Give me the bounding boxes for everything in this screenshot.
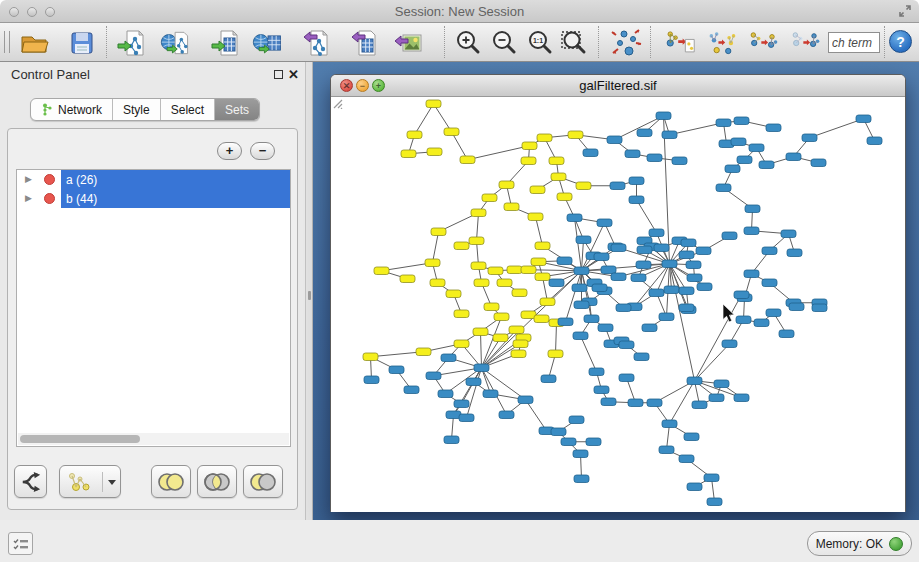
graph-node[interactable] [687,483,702,491]
tab-network[interactable]: Network [31,99,113,120]
graph-node[interactable] [781,230,796,238]
graph-node[interactable] [789,303,804,311]
graph-node[interactable] [716,119,731,127]
tab-select[interactable]: Select [161,99,215,120]
splitter-grip[interactable] [308,291,311,300]
graph-node[interactable] [786,153,801,161]
graph-node[interactable] [594,253,609,261]
graph-node[interactable] [438,390,453,398]
graph-node[interactable] [631,274,646,282]
graph-node[interactable] [425,259,440,267]
search-input[interactable] [828,32,880,53]
graph-edge[interactable] [433,232,439,263]
graph-node[interactable] [471,209,486,217]
graph-node[interactable] [499,411,514,419]
graph-node[interactable] [497,279,512,287]
graph-node[interactable] [557,257,572,265]
panel-splitter[interactable] [305,62,313,520]
graph-node[interactable] [647,154,662,162]
graph-node[interactable] [636,261,651,269]
graph-node[interactable] [629,177,644,185]
sets-intersection-tool-icon[interactable] [748,27,780,59]
graph-node[interactable] [629,196,644,204]
float-panel-icon[interactable] [274,70,283,79]
graph-node[interactable] [647,399,662,407]
graph-node[interactable] [856,115,871,123]
graph-node[interactable] [460,156,475,164]
sets-union-tool-icon[interactable] [706,27,738,59]
graph-node[interactable] [787,249,802,257]
graph-node[interactable] [704,474,719,482]
graph-node[interactable] [513,340,528,348]
graph-node[interactable] [574,475,589,483]
graph-node[interactable] [407,131,422,139]
graph-node[interactable] [802,134,817,142]
graph-node[interactable] [530,186,545,194]
graph-edge[interactable] [670,123,724,135]
graph-node[interactable] [521,157,536,165]
help-icon[interactable]: ? [889,30,912,53]
graph-node[interactable] [430,279,445,287]
graph-node[interactable] [512,289,527,297]
graph-node[interactable] [762,279,777,287]
graph-node[interactable] [737,156,752,164]
graph-node[interactable] [404,386,419,394]
graph-node[interactable] [363,353,378,361]
graph-node[interactable] [625,150,640,158]
graph-node[interactable] [628,399,643,407]
graph-node[interactable] [714,380,729,388]
graph-node[interactable] [601,266,616,274]
graph-edge[interactable] [452,132,468,160]
graph-node[interactable] [692,401,707,409]
graph-edge[interactable] [581,336,597,372]
graph-node[interactable] [734,291,749,299]
graph-node[interactable] [601,398,616,406]
graph-node[interactable] [444,436,459,444]
graph-node[interactable] [679,455,694,463]
graph-node[interactable] [619,374,634,382]
import-network-from-file-icon[interactable] [116,27,148,59]
graph-node[interactable] [549,157,564,165]
graph-node[interactable] [634,353,649,361]
graph-node[interactable] [584,315,599,323]
graph-node[interactable] [431,228,446,236]
graph-node[interactable] [594,386,609,394]
graph-node[interactable] [656,112,671,120]
graph-node[interactable] [504,203,519,211]
graph-node[interactable] [616,304,631,312]
graph-node[interactable] [522,142,537,150]
horizontal-scrollbar[interactable] [18,433,289,445]
graph-node[interactable] [389,366,404,374]
import-table-from-file-icon[interactable] [210,27,242,59]
network-graph-svg[interactable] [331,97,905,512]
graph-node[interactable] [474,364,489,372]
graph-node[interactable] [659,313,674,321]
graph-node[interactable] [749,144,764,152]
graph-node[interactable] [569,416,584,424]
graph-edge[interactable] [695,295,742,381]
graph-node[interactable] [725,165,740,173]
graph-node[interactable] [576,236,591,244]
graph-node[interactable] [592,284,607,292]
graph-node[interactable] [511,350,526,358]
graph-node[interactable] [521,266,536,274]
graph-node[interactable] [687,274,702,282]
graph-node[interactable] [576,182,591,190]
graph-node[interactable] [446,290,461,298]
create-network-from-selection-icon[interactable] [664,27,696,59]
tab-sets[interactable]: Sets [215,99,259,120]
graph-node[interactable] [537,134,552,142]
graph-node[interactable] [466,378,481,386]
graph-node[interactable] [557,193,572,201]
difference-button[interactable] [243,465,283,498]
graph-node[interactable] [766,124,781,132]
export-network-icon[interactable] [300,27,332,59]
zoom-actual-size-icon[interactable]: 1:1 [524,27,556,59]
resize-window-icon[interactable] [898,4,912,18]
graph-node[interactable] [586,438,601,446]
graph-node[interactable] [611,244,626,252]
graph-edge[interactable] [477,213,479,241]
save-session-icon[interactable] [66,27,98,59]
graph-node[interactable] [471,262,486,270]
add-set-button[interactable]: + [217,142,242,160]
